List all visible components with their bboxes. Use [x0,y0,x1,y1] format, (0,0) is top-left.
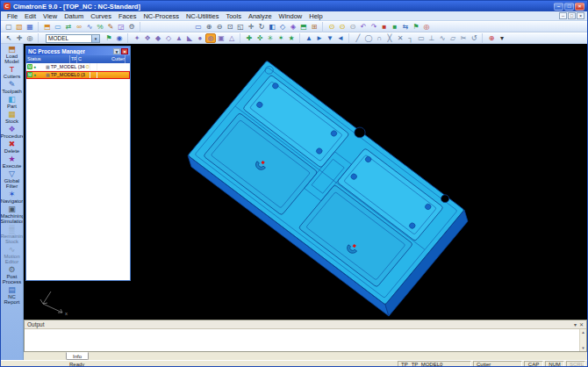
sidebar-item[interactable]: T Cutters [1,65,24,79]
sidebar-item[interactable]: ▣ Machining Simulation [1,205,24,224]
feature-dot-icon[interactable]: ● [195,33,205,43]
scroll-up-icon[interactable]: ▲ [581,330,584,335]
next-view-icon[interactable]: ↷ [369,22,379,32]
scroll-down-icon[interactable]: ▼ [581,346,584,350]
column-header[interactable]: Status [26,55,70,63]
sidebar-item[interactable]: ✶ Navigator [1,190,24,204]
feature-diamond-icon[interactable]: ❖ [142,33,153,43]
menu-item[interactable]: Datum [61,12,87,20]
minimize-button[interactable]: – [554,3,563,11]
sidebar-item[interactable]: ⚙ Post Process [1,265,24,284]
mdi-window-button[interactable]: □ [568,12,576,19]
sidebar-item[interactable]: ▤ NC Report [1,285,24,305]
compare-icon[interactable]: ⇆ [400,22,411,32]
sidebar-item[interactable]: ▽ Global Filter [1,169,24,189]
more-dropdown-icon[interactable]: ▾ [497,33,507,43]
light-bulb2-icon[interactable]: ʘ [337,22,348,32]
flag-green-icon[interactable]: ⚑ [104,33,114,43]
close-icon[interactable]: ✕ [579,321,584,328]
dir-down-icon[interactable]: ▼ [325,33,335,43]
panel-title-bar[interactable]: NC Process Manager ▾ ✕ [26,47,130,55]
feature-star-icon[interactable]: ✦ [132,33,142,43]
menu-item[interactable]: Tools [222,12,245,20]
mdi-window-button[interactable]: × [577,12,584,19]
tab-info[interactable]: Info [66,352,89,360]
link-icon[interactable]: ∞ [74,22,84,32]
panel-close-button[interactable]: ✕ [121,48,128,54]
feature-square-icon[interactable]: ▣ [216,33,226,43]
trim-tool-icon[interactable]: ✂ [458,33,469,43]
output-header[interactable]: Output ▾ ✕ [25,320,586,329]
prev-view-icon[interactable]: ↶ [358,22,369,32]
corner-tool-icon[interactable]: ┐ [405,33,416,43]
menu-item[interactable]: Faces [115,12,140,20]
sidebar-item[interactable]: ▦ Stock [1,110,24,124]
parallel-tool-icon[interactable]: ▱ [448,33,458,43]
scrollbar[interactable]: ▲ ▼ [579,329,586,351]
screen-icon[interactable]: ▭ [53,22,63,32]
menu-item[interactable]: Curves [87,12,115,20]
sidebar-item[interactable]: ✎ Toolpath [1,80,24,94]
new-file-icon[interactable]: ▢ [4,22,14,32]
menu-item[interactable]: NC-Utilities [183,12,223,20]
filter-combo[interactable]: MODEL ▾ [46,34,100,43]
snap-icon[interactable]: ◎ [25,33,35,43]
dir-up-icon[interactable]: ▲ [304,33,314,43]
visibility-icon[interactable]: ◉ [114,33,125,43]
stock-green-icon[interactable]: ■ [390,22,400,32]
dir-right-icon[interactable]: ► [314,33,325,43]
sidebar-item[interactable]: ∿ Motion Editor [1,245,24,264]
sidebar-item[interactable]: ❖ Procedure [1,125,24,139]
sidebar-item[interactable]: ✖ Delete [1,140,24,154]
data-exchange-icon[interactable]: ⇄ [63,22,74,32]
sidebar-item[interactable]: ★ Execute [1,155,24,169]
column-header[interactable]: TP/Proc Name [70,55,77,63]
menu-item[interactable]: Edit [21,12,39,20]
menu-item[interactable]: Window [276,12,306,20]
zoom-in-icon[interactable]: ⊕ [204,22,214,32]
undo-tool-icon[interactable]: ↺ [469,33,479,43]
feature-tri2-icon[interactable]: △ [226,33,237,43]
output-content[interactable]: ▲ ▼ [25,329,586,351]
surface-star-icon[interactable]: ✶ [276,33,286,43]
menu-item[interactable]: View [39,12,61,20]
surface-cross-icon[interactable]: ✜ [255,33,265,43]
light-bulb-icon[interactable]: ʘ [326,22,337,32]
perp-tool-icon[interactable]: ⊥ [427,33,437,43]
surface-add-icon[interactable]: ✚ [244,33,255,43]
feature-ring-icon[interactable]: ◍ [205,33,216,43]
dir-left-icon[interactable]: ◄ [335,33,346,43]
save-icon[interactable]: ▦ [25,22,35,32]
flag-icon[interactable]: ⚑ [411,22,421,32]
menu-item[interactable]: File [4,12,21,20]
zoom-window-icon[interactable]: ⊡ [225,22,235,32]
wireframe-view-icon[interactable]: ◇ [277,22,288,32]
open-folder-icon[interactable]: ▧ [14,22,25,32]
palette-icon[interactable]: ◲ [116,22,126,32]
mdi-window-button[interactable]: – [559,12,567,19]
panel-menu-button[interactable]: ▾ [113,48,120,54]
sidebar-item[interactable]: ▒ Remaining Stock [1,225,24,244]
rect-tool-icon[interactable]: ▭ [416,33,427,43]
close-button[interactable]: × [575,3,584,11]
select-icon[interactable]: ↖ [4,33,14,43]
arc-tool-icon[interactable]: ∩ [374,33,384,43]
feature-tri-icon[interactable]: ▲ [174,33,184,43]
monitor-icon[interactable]: ▭ [193,22,204,32]
pan-icon[interactable]: ✛ [246,22,256,32]
delete-tool-icon[interactable]: ✕ [395,33,405,43]
rotate-view-icon[interactable]: ↻ [256,22,267,32]
add-icon[interactable]: ⊕ [486,33,497,43]
maximize-button[interactable]: □ [564,3,574,11]
curve-icon[interactable]: ∿ [84,22,95,32]
feature-corner-icon[interactable]: ◣ [184,33,195,43]
sidebar-item[interactable]: ⬒ Load Model [1,45,24,64]
light-off-icon[interactable]: ʘ [348,22,358,32]
sidebar-item[interactable]: ◧ Part [1,95,24,109]
percent-icon[interactable]: % [95,22,105,32]
pin-icon[interactable]: ▾ [574,321,577,328]
menu-item[interactable]: NC-Process [140,12,182,20]
surface-burst-icon[interactable]: ✳ [265,33,276,43]
zoom-out-icon[interactable]: ⊖ [214,22,225,32]
circle-tool-icon[interactable]: ◯ [363,33,374,43]
